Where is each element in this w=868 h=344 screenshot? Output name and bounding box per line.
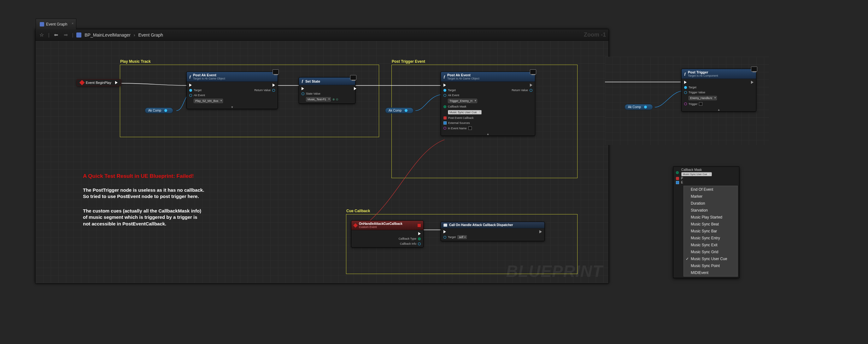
cbtype-pin[interactable]	[418, 238, 421, 240]
exec-output-pin[interactable]	[751, 81, 753, 84]
variable-ak-comp[interactable]: Ak Comp	[145, 107, 173, 114]
inevent-pin[interactable]	[443, 127, 446, 130]
output-pin[interactable]	[644, 106, 647, 108]
exec-output-pin[interactable]	[530, 84, 532, 87]
exec-output-pin[interactable]	[115, 81, 118, 84]
akevent-pin[interactable]	[443, 94, 446, 97]
node-post-ak-event-2[interactable]: ƒ Post Ak Event Target is Ak Game Object…	[441, 71, 535, 136]
detached-graph-area[interactable]: Ak Comp ƒ Post Trigger Target is Ak Comp…	[605, 57, 769, 145]
node-post-trigger[interactable]: ƒ Post Trigger Target is Ak Component Ta…	[681, 69, 756, 112]
pin-label: Trigger Value	[688, 91, 705, 94]
cbmask-option[interactable]: Music Play Started	[684, 214, 737, 221]
cbmask-pin[interactable]	[676, 171, 679, 174]
comment-title: Post Trigger Event	[392, 59, 425, 64]
nav-forward-icon[interactable]: ➡	[62, 32, 69, 38]
cbinfo-pin[interactable]	[418, 243, 421, 245]
cbmask-option[interactable]: Music Sync Entry	[684, 234, 737, 242]
collapse-icon[interactable]: ▲	[441, 132, 535, 135]
exec-input-pin[interactable]	[443, 84, 446, 87]
node-title: Call On Handle Attack Callback Dispatche…	[449, 223, 513, 227]
output-pin[interactable]	[405, 109, 407, 112]
cbmask-menu: End Of EventMarkerDurationStarvationMusi…	[683, 186, 738, 277]
cbmask-option[interactable]: Music Sync Point	[684, 262, 737, 269]
event-icon	[353, 223, 358, 227]
cbmask-option[interactable]: Music Sync Bar	[684, 228, 737, 234]
close-icon[interactable]: ×	[71, 22, 73, 25]
output-pin[interactable]	[164, 109, 167, 112]
target-pin[interactable]	[443, 89, 446, 92]
breakpoint-icon[interactable]	[530, 69, 536, 74]
expand-icon[interactable]: ▼	[187, 105, 278, 109]
delegate-output-pin[interactable]	[417, 224, 421, 227]
nav-back-icon[interactable]: ⬅	[53, 32, 59, 38]
postcb-pin[interactable]	[443, 116, 446, 120]
cbmask-option[interactable]: Marker	[684, 193, 737, 200]
extsrc-pin[interactable]	[443, 121, 446, 125]
exec-output-pin[interactable]	[273, 84, 275, 87]
exec-output-pin[interactable]	[418, 232, 421, 235]
trigger-value-pin[interactable]	[684, 91, 687, 94]
cbmask-selected-dropdown[interactable]: Music Sync User Cue	[681, 172, 712, 176]
state-value-dropdown[interactable]: Music_Test-P1	[306, 97, 331, 101]
favorite-icon[interactable]: ☆	[38, 32, 45, 38]
pin-icon[interactable]	[676, 181, 679, 184]
breadcrumb-current: Event Graph	[138, 32, 163, 37]
pin-label: Callback Info	[400, 242, 416, 245]
exec-input-pin[interactable]	[443, 230, 446, 233]
envelope-icon	[443, 224, 447, 227]
trigger-checkbox[interactable]	[699, 102, 703, 106]
return-pin[interactable]	[272, 89, 275, 92]
breakpoint-icon[interactable]	[350, 75, 356, 80]
node-event-beginplay[interactable]: Event BeginPlay	[76, 79, 121, 86]
breadcrumb-parent[interactable]: BP_MainLevelManager	[85, 32, 131, 37]
trigger-pin[interactable]	[684, 102, 687, 105]
cbmask-option[interactable]: MIDIEvent	[684, 269, 737, 276]
node-title: Set State	[305, 80, 320, 83]
state-value-pin[interactable]	[302, 92, 304, 95]
target-pin[interactable]	[684, 86, 687, 89]
comment-title: Cue Callback	[346, 209, 370, 213]
node-subtitle: Target is Ak Component	[688, 74, 718, 77]
akevent-dropdown[interactable]: Trigger_Enemy_H	[448, 99, 477, 103]
target-self-box[interactable]: self	[457, 235, 467, 239]
pin-label: Return Value	[512, 89, 528, 92]
akevent-pin[interactable]	[189, 94, 192, 97]
pin-label: Target	[448, 236, 456, 239]
variable-ak-comp[interactable]: Ak Comp	[624, 104, 653, 110]
pin-label: Callback Mask	[448, 105, 466, 108]
target-pin[interactable]	[189, 89, 192, 92]
cbmask-option[interactable]: Music Sync Grid	[684, 248, 737, 255]
inevent-checkbox[interactable]	[468, 126, 472, 130]
breakpoint-icon[interactable]	[273, 69, 279, 74]
cbmask-pin[interactable]	[443, 105, 446, 108]
pin-icon[interactable]	[676, 177, 679, 180]
cbmask-dropdown[interactable]: Music Sync User Cue	[448, 110, 482, 115]
node-call-dispatcher[interactable]: Call On Handle Attack Callback Dispatche…	[441, 222, 545, 241]
annotation-red: A Quick Test Result in UE Blueprint: Fai…	[83, 173, 194, 179]
cbmask-option[interactable]: Duration	[684, 200, 737, 207]
collapse-icon[interactable]: ▲	[682, 107, 756, 111]
exec-output-pin[interactable]	[354, 87, 356, 90]
cbmask-option[interactable]: Music Sync Exit	[684, 242, 737, 248]
node-post-ak-event-1[interactable]: ƒ Post Ak Event Target is Ak Game Object…	[186, 71, 278, 109]
exec-output-pin[interactable]	[539, 230, 542, 233]
cbmask-option[interactable]: End Of Event	[684, 186, 737, 193]
graph-canvas[interactable]: BLUEPRINT Play Music Track Post Trigger …	[36, 41, 609, 283]
target-pin[interactable]	[443, 236, 446, 239]
node-set-state[interactable]: ƒ Set State State Value Music_Test-P1⊕ ⊙	[299, 77, 355, 104]
cbmask-option[interactable]: Starvation	[684, 207, 737, 214]
node-custom-event-cuecallback[interactable]: OnHandleAttackCueCallback Custom Event C…	[351, 220, 424, 248]
breakpoint-icon[interactable]	[751, 66, 757, 71]
function-icon: ƒ	[684, 71, 686, 76]
exec-input-pin[interactable]	[684, 81, 687, 84]
trigger-value-dropdown[interactable]: Enemy_HandleAt	[688, 96, 717, 100]
variable-ak-comp[interactable]: Ak Comp	[385, 107, 413, 114]
exec-input-pin[interactable]	[302, 87, 304, 90]
node-subtitle: Target is Ak Game Object	[193, 77, 225, 80]
akevent-dropdown[interactable]: Play_SZ_MX_Bos	[194, 99, 223, 103]
cbmask-option[interactable]: Music Sync Beat	[684, 221, 737, 228]
cbmask-option[interactable]: Music Sync User Cue	[684, 255, 737, 262]
return-pin[interactable]	[530, 89, 532, 92]
exec-input-pin[interactable]	[189, 84, 192, 87]
tab-event-graph[interactable]: Event Graph ×	[36, 19, 76, 29]
